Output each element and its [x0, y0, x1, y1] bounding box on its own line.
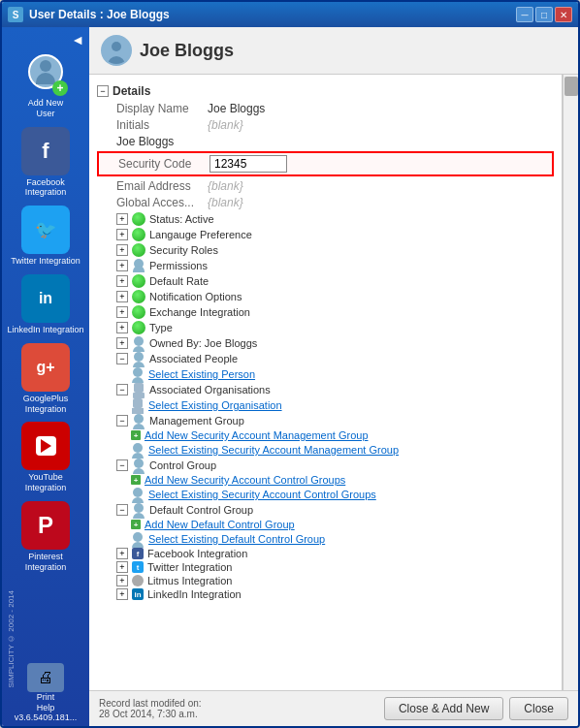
notification-icon [132, 290, 145, 303]
facebook-label: Facebook Integration [7, 177, 84, 199]
sidebar-item-pinterest[interactable]: P Pinterest Integration [7, 501, 84, 573]
assoc-people-expand[interactable]: − [116, 353, 128, 364]
status-expand[interactable]: + [116, 213, 128, 225]
scrollable-wrapper: − Details Display Name Joe Bloggs Initia… [89, 75, 578, 690]
mgmt-expand[interactable]: − [116, 415, 128, 427]
litmus-integration-item: + Litmus Integration [97, 575, 554, 586]
maximize-button[interactable]: □ [535, 7, 553, 22]
googleplus-label: GooglePlus Integration [7, 394, 84, 415]
assoc-people-label: Associated People [149, 353, 238, 364]
record-info: Record last modifed on: 28 Oct 2014, 7:3… [99, 698, 202, 719]
global-access-value: {blank} [208, 196, 243, 209]
notification-expand[interactable]: + [116, 291, 128, 302]
fb-int-expand[interactable]: + [116, 548, 128, 559]
window-title: User Details : Joe Bloggs [29, 8, 170, 21]
security-code-input[interactable] [209, 155, 287, 173]
default-rate-icon [132, 274, 145, 288]
status-icon [132, 212, 145, 226]
language-icon [132, 228, 145, 241]
title-bar: S User Details : Joe Bloggs ─ □ ✕ [2, 2, 578, 27]
print-label: Print [37, 692, 55, 703]
display-name-label: Display Name [116, 102, 204, 115]
help-area: Help v3.6.5409.181... [15, 703, 78, 722]
details-expand-btn[interactable]: − [97, 85, 109, 97]
scrollbar[interactable] [563, 75, 578, 690]
display-name-value: Joe Bloggs [208, 102, 265, 115]
mgmt-add-icon: + [131, 430, 141, 440]
title-bar-left: S User Details : Joe Bloggs [8, 7, 170, 22]
def-ctrl-add-link[interactable]: Add New Default Control Group [145, 519, 295, 530]
bottom-bar: Record last modifed on: 28 Oct 2014, 7:3… [89, 690, 578, 726]
twitter-label: Twitter Integration [11, 256, 81, 267]
litmus-int-icon [132, 575, 144, 586]
ctrl-select-link[interactable]: Select Existing Security Account Control… [148, 489, 376, 500]
sidebar-item-twitter[interactable]: 🐦 Twitter Integration [7, 206, 84, 267]
ctrl-expand[interactable]: − [116, 459, 128, 471]
mgmt-add-link[interactable]: Add New Security Account Management Grou… [145, 429, 369, 441]
def-ctrl-label: Default Control Group [149, 504, 253, 516]
type-label: Type [149, 322, 173, 333]
def-ctrl-add-icon: + [131, 520, 141, 529]
app-icon: S [8, 7, 23, 22]
close-window-button[interactable]: ✕ [555, 7, 572, 22]
main-header: Joe Bloggs [89, 27, 578, 75]
mgmt-select-icon [131, 443, 145, 457]
owned-by-label: Owned By: Joe Bloggs [149, 337, 257, 349]
exchange-expand[interactable]: + [116, 306, 128, 318]
permissions-expand[interactable]: + [116, 260, 128, 271]
ctrl-select-icon [131, 488, 145, 501]
youtube-icon [21, 422, 70, 470]
select-existing-org-link[interactable]: Select Existing Organisation [148, 399, 282, 411]
default-ctrl-group-item: − Default Control Group [97, 503, 554, 517]
tw-int-label: Twitter Integration [147, 561, 232, 573]
content-area: ◄ + Add NewUser f Facebook Int [2, 27, 578, 726]
mgmt-select-link[interactable]: Select Existing Security Account Managem… [148, 444, 399, 456]
tw-integration-item: + t Twitter Integration [97, 561, 554, 573]
close-add-new-button[interactable]: Close & Add New [384, 697, 503, 720]
sidebar-collapse-button[interactable]: ◄ [71, 32, 84, 47]
default-rate-expand[interactable]: + [116, 275, 128, 287]
type-expand[interactable]: + [116, 322, 128, 333]
assoc-people-icon [132, 352, 145, 365]
googleplus-icon: g+ [21, 343, 70, 392]
print-button[interactable]: 🖨 Print [27, 663, 64, 703]
select-existing-person-link[interactable]: Select Existing Person [148, 368, 255, 380]
owned-by-expand[interactable]: + [116, 337, 128, 349]
language-expand[interactable]: + [116, 229, 128, 240]
add-user-label: Add NewUser [28, 98, 64, 119]
sidebar-item-linkedin[interactable]: in LinkedIn Integration [7, 274, 84, 335]
sidebar-item-facebook[interactable]: f Facebook Integration [7, 127, 84, 199]
li-int-label: LinkedIn Integration [147, 588, 242, 600]
ctrl-icon [132, 459, 145, 472]
print-icon: 🖨 [27, 663, 64, 692]
select-org-icon [131, 398, 145, 412]
def-ctrl-expand[interactable]: − [116, 504, 128, 516]
tw-int-expand[interactable]: + [116, 561, 128, 573]
fb-int-icon: f [132, 548, 144, 559]
minimize-button[interactable]: ─ [516, 7, 533, 22]
li-int-expand[interactable]: + [116, 588, 128, 600]
pinterest-label: Pinterest Integration [7, 552, 84, 573]
litmus-int-expand[interactable]: + [116, 575, 128, 586]
def-ctrl-select-link[interactable]: Select Existing Default Control Group [148, 533, 325, 545]
sidebar-item-googleplus[interactable]: g+ GooglePlus Integration [7, 343, 84, 415]
record-date: 28 Oct 2014, 7:30 a.m. [99, 709, 202, 719]
sidebar-item-add-user[interactable]: + Add NewUser [7, 47, 84, 119]
ctrl-add-link[interactable]: Add New Security Account Control Groups [145, 474, 345, 486]
assoc-orgs-expand[interactable]: − [116, 384, 128, 396]
security-roles-expand[interactable]: + [116, 244, 128, 256]
details-section-header: − Details [97, 84, 554, 98]
details-title: Details [113, 84, 150, 98]
language-item: + Langauge Preference [97, 228, 554, 241]
select-person-icon [131, 367, 145, 381]
status-item: + Status: Active [97, 212, 554, 226]
security-roles-label: Security Roles [149, 244, 218, 256]
exchange-label: Exchange Integration [149, 306, 250, 318]
status-label: Status: Active [149, 213, 214, 225]
sidebar-item-youtube[interactable]: YouTube Integration [7, 422, 84, 493]
fb-int-label: Facebook Integration [147, 548, 247, 559]
mgmt-select-row: Select Existing Security Account Managem… [97, 443, 554, 457]
close-button[interactable]: Close [509, 697, 568, 720]
type-icon [132, 321, 145, 334]
fb-integration-item: + f Facebook Integration [97, 548, 554, 559]
